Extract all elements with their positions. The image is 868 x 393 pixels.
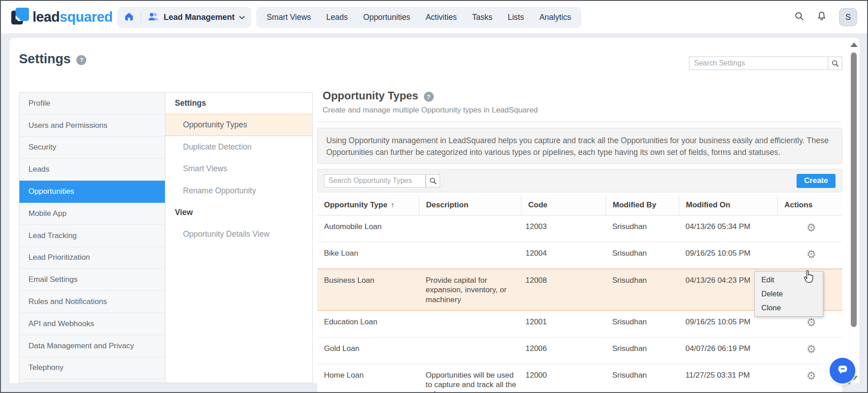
divider [317,122,842,122]
cell-opportunity-type: Gold Loan [317,337,419,364]
column-header-description[interactable]: Description [419,195,521,215]
notifications-bell-icon[interactable] [816,11,827,23]
cell-modified-by: Srisudhan [605,364,679,393]
settings-card: Settings ? Profile Users and Permissions [9,38,859,383]
cell-modified-by: Srisudhan [605,311,679,337]
table-row[interactable]: Gold Loan 12006 Srisudhan 04/07/26 06:19… [317,337,842,364]
cell-opportunity-type: Automobile Loan [317,215,419,242]
leadsquared-logo-icon [11,7,30,28]
column-header-code[interactable]: Code [521,195,605,215]
sidebar-item-label: Rules and Notifications [28,297,107,306]
settings-search-button[interactable] [828,56,842,70]
sidebar-item-label: Mobile App [28,209,66,218]
row-actions-button[interactable]: ⚙ [803,368,820,384]
submenu-item-rename-opportunity[interactable]: Rename Opportunity [165,180,312,202]
cell-description [419,311,521,337]
info-banner: Using Opportunity management in LeadSqua… [317,128,842,164]
table-row[interactable]: Bike Loan 12004 Srisudhan 09/16/25 10:05… [317,242,842,269]
opportunity-types-search-button[interactable] [426,174,440,187]
cell-modified-by: Srisudhan [605,215,679,242]
table-row[interactable]: Home Loan Opportunities will be used to … [317,364,842,393]
sidebar-item[interactable]: Security [19,137,165,159]
settings-help-icon[interactable]: ? [76,55,86,65]
scrollbar-thumb[interactable] [851,52,857,327]
top-navbar: leadsquared Lead Management [1,1,867,34]
cell-modified-on: 04/07/26 06:19 PM [679,337,777,364]
opportunity-types-search-input[interactable] [324,174,426,187]
nav-item[interactable]: Leads [319,7,356,28]
cell-code: 12003 [521,215,605,242]
cell-description: Opportunities will be used to capture an… [419,364,521,393]
sidebar-item[interactable]: Data Management and Privacy [19,335,165,357]
cell-modified-by: Srisudhan [605,269,679,310]
sidebar-item[interactable]: Opportunities [19,181,165,203]
nav-item[interactable]: Lists [500,7,532,28]
sidebar-item-label: API and Webhooks [28,319,94,328]
sidebar-item[interactable]: Mobile App [19,203,165,225]
workspace-selector[interactable]: Lead Management [164,13,235,22]
sidebar-item[interactable]: Email Settings [19,269,165,291]
settings-panels: Profile Users and Permissions Security L… [19,92,313,383]
sidebar-item[interactable]: Rules and Notifications [19,291,165,313]
row-actions-button[interactable]: ⚙ [803,341,820,358]
cell-opportunity-type: Bike Loan [317,242,419,268]
cell-modified-by: Srisudhan [605,337,679,364]
cell-modified-on: 09/16/25 10:05 PM [679,242,777,268]
nav-item[interactable]: Activities [418,7,464,28]
home-icon[interactable] [124,11,134,23]
main-subtitle: Create and manage multiple Opportunity t… [323,106,538,115]
search-icon[interactable] [794,11,804,23]
sort-ascending-icon: ↑ [390,201,394,209]
scroll-up-arrow[interactable] [850,42,858,47]
submenu-item-smart-views[interactable]: Smart Views [165,158,312,180]
cell-opportunity-type: Home Loan [317,364,419,393]
opportunity-types-help-icon[interactable]: ? [424,92,434,102]
table-row[interactable]: Automobile Loan 12003 Srisudhan 04/13/26… [317,215,842,242]
cell-modified-on: 04/13/26 05:34 PM [679,215,777,242]
nav-item[interactable]: Tasks [464,7,500,28]
chat-bubble-icon [836,363,849,379]
sidebar-item[interactable]: Telephony [19,357,165,379]
gear-icon: ⚙ [807,370,816,381]
nav-item[interactable]: Analytics [532,7,579,28]
sidebar-item[interactable]: Lead Tracking [19,225,165,247]
leadsquared-logo[interactable]: leadsquared [11,7,113,28]
sidebar-item-label: Telephony [28,363,64,372]
column-header-modified-on[interactable]: Modified On [679,195,777,215]
sidebar-item[interactable]: API and Webhooks [19,313,165,335]
column-header-modified-by[interactable]: Modified By [605,195,679,215]
row-actions-button[interactable]: ⚙ [803,314,820,331]
sidebar-item-label: Lead Tracking [28,231,77,240]
sidebar-item[interactable]: Profile [19,93,165,115]
submenu-item-opportunity-types[interactable]: Opportunity Types [165,114,312,136]
chevron-down-icon[interactable] [239,13,245,21]
row-actions-button[interactable]: ⚙ [803,219,820,236]
column-header-actions: Actions [777,195,842,215]
settings-search-input[interactable] [689,56,828,70]
cell-code: 12001 [521,311,605,337]
cell-modified-on: 11/27/25 03:31 PM [679,364,777,393]
submenu-item-duplicate-detection[interactable]: Duplicate Detection [165,136,312,158]
row-actions-button[interactable]: ⚙ [803,246,820,262]
user-avatar[interactable]: S [839,8,857,26]
vertical-scrollbar[interactable] [850,40,858,383]
nav-item[interactable]: Smart Views [259,7,319,28]
table-toolbar: Create [317,169,842,192]
create-button[interactable]: Create [797,174,835,188]
context-menu-item[interactable]: Delete [755,287,823,301]
column-header-opportunity-type[interactable]: Opportunity Type ↑ [317,195,419,215]
sidebar-item[interactable]: Users and Permissions [19,115,165,137]
sidebar-item[interactable]: Lead Prioritization [19,247,165,269]
row-actions-context-menu: Edit Delete Clone [754,271,823,317]
cell-actions: ⚙ [777,215,842,242]
navbar-right: S [794,8,857,26]
submenu-item-opportunity-details-view[interactable]: Opportunity Details View [165,223,312,245]
sidebar-item[interactable]: Leads [19,159,165,181]
context-menu-item[interactable]: Clone [755,301,823,315]
sidebar-item-label: Lead Prioritization [28,253,90,262]
workspace-people-icon [147,11,160,23]
context-menu-item[interactable]: Edit [755,273,823,287]
cell-opportunity-type: Education Loan [317,311,419,337]
chat-widget-button[interactable] [830,358,855,384]
nav-item[interactable]: Opportunities [356,7,418,28]
